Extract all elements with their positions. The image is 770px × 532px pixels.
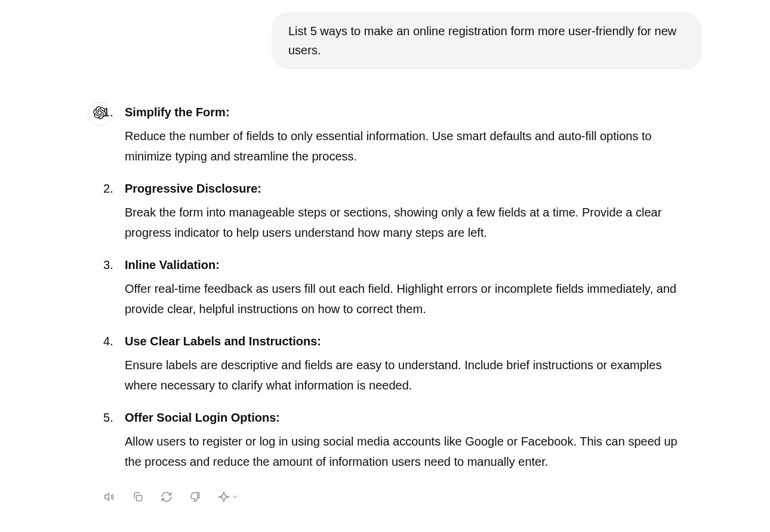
assistant-message-row: Simplify the Form: Reduce the number of … [63, 102, 707, 507]
list-item: Offer Social Login Options: Allow users … [103, 407, 695, 472]
assistant-avatar-column [63, 102, 89, 126]
user-message-row: List 5 ways to make an online registrati… [63, 12, 707, 69]
list-item: Use Clear Labels and Instructions: Ensur… [103, 331, 695, 395]
assistant-message-content: Simplify the Form: Reduce the number of … [103, 102, 707, 507]
list-item: Progressive Disclosure: Break the form i… [103, 178, 695, 243]
speaker-icon [103, 491, 115, 505]
sparkle-icon [218, 491, 230, 505]
conversation: List 5 ways to make an online registrati… [63, 0, 707, 519]
read-aloud-button[interactable] [101, 488, 118, 507]
list-item: Inline Validation: Offer real-time feedb… [103, 255, 695, 319]
message-action-bar [101, 488, 695, 507]
copy-icon [132, 491, 144, 505]
list-item-title: Use Clear Labels and Instructions: [125, 335, 321, 348]
refresh-icon [161, 491, 173, 505]
model-selector-button[interactable] [215, 488, 242, 507]
list-item-body: Allow users to register or log in using … [125, 431, 695, 472]
list-item-body: Reduce the number of fields to only esse… [125, 126, 695, 166]
list-item: Simplify the Form: Reduce the number of … [103, 102, 695, 166]
regenerate-button[interactable] [158, 488, 175, 507]
list-item-title: Inline Validation: [125, 258, 220, 271]
user-message-bubble: List 5 ways to make an online registrati… [272, 12, 701, 69]
list-item-title: Offer Social Login Options: [125, 411, 280, 424]
list-item-body: Offer real-time feedback as users fill o… [125, 279, 695, 319]
bad-response-button[interactable] [187, 488, 204, 507]
answer-list: Simplify the Form: Reduce the number of … [103, 102, 695, 472]
list-item-title: Simplify the Form: [125, 106, 230, 119]
list-item-body: Break the form into manageable steps or … [125, 202, 695, 243]
list-item-title: Progressive Disclosure: [125, 182, 261, 195]
chevron-down-icon [231, 493, 239, 503]
copy-button[interactable] [130, 488, 146, 507]
user-message-text: List 5 ways to make an online registrati… [288, 24, 676, 57]
thumbs-down-icon [189, 491, 201, 505]
list-item-body: Ensure labels are descriptive and fields… [125, 355, 695, 395]
svg-rect-0 [137, 496, 142, 501]
